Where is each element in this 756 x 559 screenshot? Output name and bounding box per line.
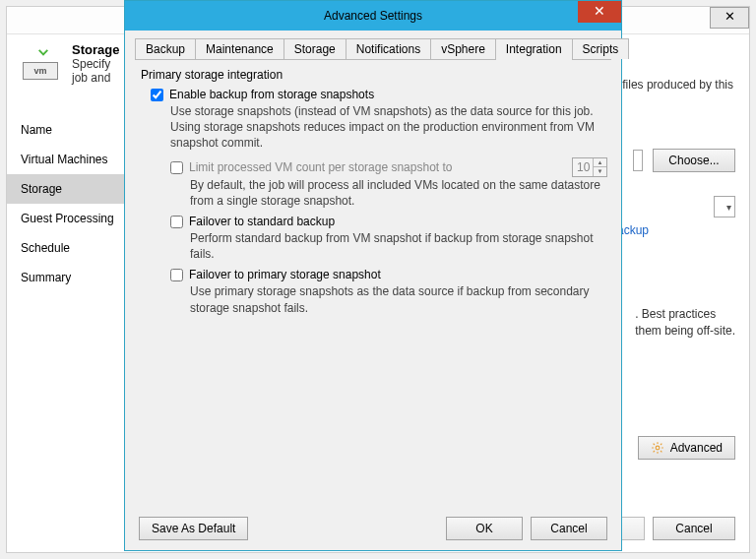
svg-line-6 [661,451,662,452]
limit-vm-checkbox[interactable] [170,161,183,174]
failover-primary-label: Failover to primary storage snapshot [189,268,381,281]
spinner-arrows-icon[interactable]: ▲▼ [593,158,606,176]
tab-notifications[interactable]: Notifications [346,38,431,59]
failover-primary-desc: Use primary storage snapshots as the dat… [190,283,607,315]
group-title: Primary storage integration [141,68,607,82]
tab-maintenance[interactable]: Maintenance [195,38,284,59]
advanced-button[interactable]: Advanced [638,436,735,460]
best-practice-text-2: them being off-site. [635,323,735,340]
tab-storage[interactable]: Storage [284,38,346,59]
chevron-down-icon: ▾ [726,202,731,213]
choose-button[interactable]: Choose... [653,149,735,172]
repo-combo-fragment[interactable]: ▾ [714,196,735,217]
dialog-title: Advanced Settings [324,9,422,23]
tab-vsphere[interactable]: vSphere [430,38,496,59]
failover-primary-checkbox[interactable] [170,269,183,281]
tab-integration[interactable]: Integration [495,38,573,59]
back-step-title: Storage [72,42,119,57]
enable-snapshots-label: Enable backup from storage snapshots [169,88,374,101]
back-step-sub1: Specify [72,57,119,71]
back-step-sub2: job and [72,71,119,85]
dialog-titlebar: Advanced Settings ✕ [125,1,621,31]
failover-standard-label: Failover to standard backup [189,215,335,228]
back-cancel-button[interactable]: Cancel [653,517,735,540]
failover-standard-row[interactable]: Failover to standard backup [170,215,607,228]
limit-vm-row: Limit processed VM count per storage sna… [170,157,607,177]
failover-primary-row[interactable]: Failover to primary storage snapshot [170,268,607,281]
enable-snapshots-desc: Use storage snapshots (instead of VM sna… [170,103,607,152]
storage-step-icon: vm [23,42,62,82]
save-as-default-button[interactable]: Save As Default [139,517,248,540]
tab-scripts[interactable]: Scripts [572,38,630,59]
tabs: Backup Maintenance Storage Notifications… [135,38,611,60]
svg-line-8 [653,451,654,452]
enable-snapshots-checkbox[interactable] [151,89,163,101]
dialog-cancel-button[interactable]: Cancel [531,517,607,540]
advanced-button-label: Advanced [670,441,723,455]
limit-vm-desc: By default, the job will process all inc… [190,177,607,209]
failover-standard-checkbox[interactable] [170,216,183,228]
back-step-sub-right: up files produced by this [606,78,733,92]
enable-snapshots-row[interactable]: Enable backup from storage snapshots [151,88,607,101]
advanced-settings-dialog: Advanced Settings ✕ Backup Maintenance S… [124,0,622,551]
limit-vm-label: Limit processed VM count per storage sna… [189,160,452,174]
gear-icon [651,441,664,455]
back-close-button[interactable]: ✕ [710,7,749,29]
dialog-footer: Save As Default OK Cancel [125,517,621,540]
ok-button[interactable]: OK [446,517,523,540]
svg-point-0 [656,446,660,450]
limit-vm-spinner[interactable]: 10 ▲▼ [572,157,607,177]
svg-line-5 [653,444,654,445]
tab-backup[interactable]: Backup [135,38,196,59]
proxy-field-fragment[interactable] [633,150,643,171]
failover-standard-desc: Perform standard backup from VM snapshot… [190,230,607,262]
svg-line-7 [661,444,662,445]
dialog-close-button[interactable]: ✕ [578,1,621,23]
limit-vm-value: 10 [577,160,590,174]
best-practice-text-1: . Best practices [635,306,735,323]
primary-storage-group: Primary storage integration Enable backu… [139,68,607,316]
